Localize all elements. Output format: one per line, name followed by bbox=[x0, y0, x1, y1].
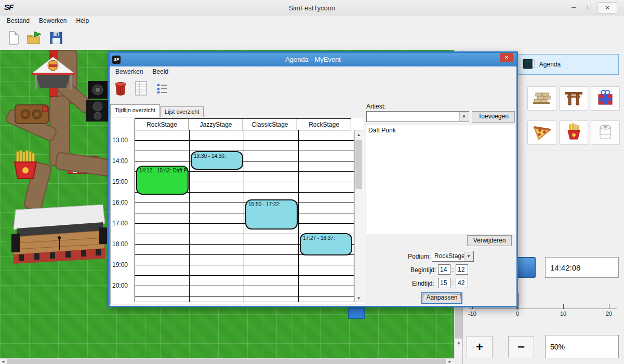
apply-button[interactable]: Aanpassen bbox=[421, 292, 462, 304]
menu-help[interactable]: Help bbox=[71, 16, 94, 26]
add-artist-button[interactable]: Toevoegen bbox=[472, 111, 515, 123]
maximize-button[interactable]: □ bbox=[582, 2, 596, 12]
dialog-menu-bewerken[interactable]: Bewerken bbox=[111, 66, 148, 78]
delete-event-button[interactable] bbox=[112, 80, 129, 98]
time-label: 17:00 bbox=[112, 219, 134, 227]
agenda-button-label: Agenda bbox=[539, 61, 561, 68]
window-title: SimFestTycoon bbox=[0, 4, 624, 12]
column-header: RockStage bbox=[297, 118, 351, 130]
tab-timeline-overview[interactable]: Tijdlijn overzicht bbox=[110, 104, 160, 117]
zoom-in-button[interactable]: + bbox=[467, 336, 493, 358]
open-file-button[interactable] bbox=[25, 29, 44, 48]
list-view-button[interactable] bbox=[153, 80, 171, 98]
toilet-paper-icon bbox=[594, 123, 616, 142]
schedule-event[interactable]: 14:12 - 15:42: Daft P bbox=[136, 166, 189, 195]
shop-item-torii-gate[interactable] bbox=[559, 86, 588, 111]
timeline-view-icon bbox=[135, 81, 148, 97]
menu-bestand[interactable]: Bestand bbox=[2, 16, 34, 26]
time-label: 15:00 bbox=[112, 178, 134, 186]
schedule-event[interactable]: 15:50 - 17:22: bbox=[245, 199, 298, 229]
artist-label: Artiest: bbox=[366, 103, 386, 110]
fries-icon bbox=[563, 123, 585, 142]
pizza-icon bbox=[531, 123, 553, 142]
chevron-down-icon[interactable]: ▼ bbox=[459, 112, 468, 121]
new-file-button[interactable] bbox=[4, 29, 23, 48]
fries-stand[interactable] bbox=[9, 150, 43, 182]
minimize-button[interactable]: ─ bbox=[566, 2, 581, 12]
chevron-down-icon[interactable]: ▼ bbox=[464, 252, 473, 261]
artist-combobox[interactable]: ▼ bbox=[366, 111, 469, 122]
new-file-icon bbox=[6, 31, 21, 47]
artist-list[interactable]: Daft Punk bbox=[366, 125, 515, 234]
tiles-icon bbox=[531, 89, 553, 108]
dialog-close-button[interactable]: ✕ bbox=[500, 53, 513, 62]
time-gutter: 13:0014:0015:0016:0017:0018:0019:0020:00 bbox=[111, 117, 135, 302]
scroll-down-icon[interactable]: ▼ bbox=[455, 341, 463, 346]
time-label: 18:00 bbox=[112, 240, 134, 248]
artist-list-item[interactable]: Daft Punk bbox=[366, 125, 515, 136]
zoom-out-button[interactable]: − bbox=[508, 336, 534, 358]
schedule-header-row: RockStageJazzyStageClassicStageRockStage bbox=[135, 118, 353, 130]
timeline-view-button[interactable] bbox=[132, 80, 150, 98]
agenda-book-icon bbox=[523, 59, 535, 71]
schedule-grid[interactable]: 14:12 - 15:42: Daft P13:30 - 14:30:15:50… bbox=[135, 130, 354, 302]
podium-label: Podium: bbox=[408, 253, 431, 260]
shop-item-gift[interactable] bbox=[591, 86, 620, 111]
dialog-titlebar[interactable]: SF Agenda - MyEvent ✕ bbox=[110, 53, 516, 66]
dialog-menu-beeld[interactable]: Beeld bbox=[148, 66, 173, 78]
view-tabs: Tijdlijn overzicht Lijst overzicht bbox=[110, 105, 204, 117]
map-marker[interactable] bbox=[348, 307, 365, 319]
close-button[interactable]: ✕ bbox=[598, 2, 617, 14]
save-button[interactable] bbox=[47, 29, 65, 48]
begin-minute-field[interactable] bbox=[456, 264, 468, 275]
shop-item-fries[interactable] bbox=[559, 120, 588, 145]
time-separator: : bbox=[452, 279, 454, 287]
schedule-event[interactable]: 17:27 - 18:37: bbox=[300, 233, 352, 255]
scroll-up-icon[interactable]: ▲ bbox=[355, 132, 363, 137]
end-time-label: Eindtijd: bbox=[412, 280, 434, 287]
main-stage[interactable] bbox=[11, 203, 108, 265]
schedule-scrollbar[interactable]: ▲ ▼ bbox=[354, 130, 363, 302]
shop-item-pizza[interactable] bbox=[527, 120, 556, 145]
dialog-title: Agenda - MyEvent bbox=[110, 56, 516, 63]
column-header: JazzyStage bbox=[189, 118, 243, 130]
map-horizontal-scrollbar[interactable]: ◄ ► bbox=[0, 358, 454, 364]
speaker-stack[interactable] bbox=[85, 81, 111, 124]
shop-item-tiles[interactable] bbox=[527, 86, 556, 111]
app-window: SF SimFestTycoon ─ □ ✕ Bestand Bewerken … bbox=[0, 0, 624, 364]
tab-list-overview[interactable]: Lijst overzicht bbox=[160, 106, 204, 117]
end-hour-field[interactable] bbox=[438, 278, 450, 288]
slider-tick-label: 20 bbox=[602, 311, 616, 317]
end-minute-field[interactable] bbox=[456, 278, 468, 288]
scroll-right-icon[interactable]: ► bbox=[447, 359, 453, 364]
schedule-scroll-thumb[interactable] bbox=[355, 140, 362, 189]
time-label: 16:00 bbox=[112, 198, 134, 207]
zoom-value-field[interactable] bbox=[545, 335, 619, 358]
main-toolbar bbox=[0, 26, 624, 50]
agenda-dialog: SF Agenda - MyEvent ✕ Bewerken Beeld Tij… bbox=[108, 51, 518, 307]
horizontal-scroll-thumb[interactable] bbox=[7, 359, 446, 364]
menu-bewerken[interactable]: Bewerken bbox=[34, 16, 71, 26]
scroll-left-icon[interactable]: ◄ bbox=[0, 359, 6, 364]
slider-tick-label: 0 bbox=[510, 311, 525, 317]
open-folder-icon bbox=[26, 31, 42, 47]
time-label: 13:00 bbox=[112, 136, 134, 144]
begin-time-label: Begintijd: bbox=[410, 266, 436, 274]
slider-tick-label: 10 bbox=[556, 311, 570, 317]
shop-item-toilet-paper[interactable] bbox=[591, 120, 620, 145]
slider-track bbox=[469, 308, 617, 309]
slider-tick bbox=[563, 304, 564, 309]
bar-table[interactable] bbox=[14, 101, 50, 131]
schedule-event[interactable]: 13:30 - 14:30: bbox=[191, 151, 243, 170]
food-tent[interactable] bbox=[29, 54, 78, 100]
time-separator: : bbox=[452, 266, 454, 273]
column-header: ClassicStage bbox=[243, 118, 297, 130]
save-floppy-icon bbox=[49, 31, 63, 47]
begin-hour-field[interactable] bbox=[438, 264, 450, 275]
podium-combobox[interactable]: RockStage ▼ bbox=[432, 251, 474, 262]
list-view-icon bbox=[155, 81, 169, 97]
scroll-down-icon[interactable]: ▼ bbox=[355, 296, 363, 301]
remove-artist-button[interactable]: Verwijderen bbox=[467, 235, 512, 246]
time-label: 20:00 bbox=[112, 281, 134, 290]
clock-value: 14:42:08 bbox=[550, 263, 580, 272]
